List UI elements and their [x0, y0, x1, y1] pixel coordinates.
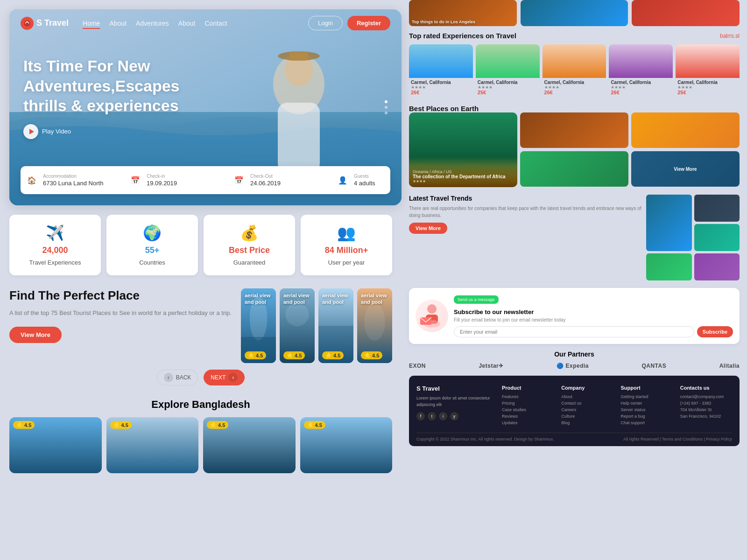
footer-support-3: Report a bug — [620, 414, 672, 419]
newsletter-text: Subscribe to our newsletter Fill your em… — [454, 308, 733, 337]
footer-support-title: Support — [620, 385, 672, 391]
chat-bubble: Send us a message — [454, 295, 499, 304]
footer-product-col: Product Features Pricing Case studies Re… — [502, 385, 554, 427]
twitter-icon[interactable]: t — [428, 412, 436, 420]
footer-social: f t i y — [416, 412, 494, 420]
accommodation-field: Accommodation — [43, 174, 121, 187]
footer-support-2: Server status — [620, 407, 672, 412]
nav-link-about2[interactable]: About — [178, 20, 196, 27]
latest-img-5 — [694, 253, 740, 280]
footer-company-links: About Contact us Careers Culture Blog — [561, 394, 613, 425]
hero-dots — [385, 100, 388, 114]
footer-company-title: Company — [561, 385, 613, 391]
newsletter-submit-button[interactable]: Subscribe — [697, 326, 733, 337]
partner-expedia: 🔵 Expedia — [557, 363, 589, 369]
view-more-button[interactable]: View More — [9, 327, 62, 343]
back-button[interactable]: ‹ BACK — [157, 370, 198, 385]
facebook-icon[interactable]: f — [416, 412, 425, 420]
rated-card-price-4: 26€ — [611, 90, 671, 95]
footer-product-2: Case studies — [502, 407, 554, 412]
newsletter-form: Subscribe — [454, 326, 733, 337]
best-place-region: Oceania / Africa / US — [413, 169, 514, 174]
place-card-1: aerial view and pool ⭐ 4.5 — [241, 288, 276, 363]
footer-company-3: Culture — [561, 414, 613, 419]
back-icon: ‹ — [164, 373, 173, 382]
rated-link[interactable]: balrrs.sl — [720, 33, 740, 39]
checkin-input[interactable] — [147, 180, 225, 187]
nav-link-about[interactable]: About — [109, 20, 127, 27]
place-card-rating-2: ⭐ 4.5 — [283, 351, 305, 359]
footer-contact-3: San Francisco, 94102 — [680, 414, 732, 419]
logo[interactable]: S Travel — [21, 17, 69, 30]
rated-card-name-5: Carmel, California — [677, 80, 738, 85]
stat-best-price: 💰 Best Price Guaranteed — [204, 215, 295, 275]
rated-card-img-4 — [609, 44, 673, 78]
footer-rights: All rights Reserved | Terms and Conditio… — [623, 437, 732, 441]
play-icon — [23, 124, 38, 139]
latest-view-more-button[interactable]: View More — [409, 223, 447, 234]
stat-number-travel: 24,000 — [42, 245, 68, 255]
footer-product-1: Pricing — [502, 401, 554, 406]
footer-contact-0: contact@company.com — [680, 394, 732, 399]
strip-img-3 — [632, 0, 740, 26]
newsletter-title: Subscribe to our newsletter — [454, 308, 733, 315]
newsletter-email-input[interactable] — [454, 326, 694, 337]
explore-card-1: ⭐ 4.5 — [9, 417, 102, 473]
stat-number-users: 84 Million+ — [325, 245, 368, 255]
partner-qantas: QANTAS — [641, 363, 666, 369]
footer-company-1: Contact us — [561, 401, 613, 406]
footer-product-0: Features — [502, 394, 554, 399]
stats-row: ✈️ 24,000 Travel Experiences 🌍 55+ Count… — [9, 215, 402, 275]
hero-dot-1[interactable] — [385, 100, 388, 103]
stat-icon-users: 👥 — [337, 224, 356, 242]
rated-card-info-3: Carmel, California ★★★★ 26€ — [543, 78, 606, 97]
nav-contact[interactable]: Contact — [204, 19, 227, 28]
nav-link-home[interactable]: Home — [83, 20, 100, 29]
latest-img-1 — [646, 195, 692, 251]
footer-grid: S Travel Lorem ipsum dolor sit amet cons… — [416, 385, 732, 427]
nav-about2[interactable]: About — [178, 19, 196, 28]
partner-alitalia: Alitalia — [719, 363, 740, 369]
stat-label-travel: Travel Experiences — [29, 259, 81, 266]
top-rated-title: Top rated Experiences on Travel — [409, 32, 516, 40]
nav-about[interactable]: About — [109, 19, 127, 28]
footer-contacts-col: Contacts us contact@company.com (+24) 69… — [680, 385, 732, 427]
guests-label: Guests — [354, 174, 402, 179]
nav-home[interactable]: Home — [83, 19, 100, 28]
latest-img-3 — [694, 224, 740, 251]
checkout-icon: 📅 — [234, 176, 244, 185]
search-bar: 🏠 Accommodation 📅 Check-in 📅 Check-Out 👤… — [21, 166, 390, 194]
hero-dot-3[interactable] — [385, 112, 388, 114]
rated-card-3: Carmel, California ★★★★ 26€ — [543, 44, 606, 97]
nav-link-contact[interactable]: Contact — [204, 20, 227, 27]
best-places-grid: Oceania / Africa / US The collection of … — [409, 112, 740, 187]
login-button[interactable]: Login — [308, 16, 343, 30]
hero-dot-2[interactable] — [385, 106, 388, 109]
accommodation-input[interactable] — [43, 180, 121, 187]
guests-input[interactable] — [354, 180, 402, 187]
stat-icon-countries: 🌍 — [143, 224, 162, 242]
hero-text: Its Time For New Adventures,Escapes thri… — [23, 56, 201, 139]
hero-headline: Its Time For New Adventures,Escapes thri… — [23, 56, 201, 116]
register-button[interactable]: Register — [347, 16, 390, 30]
next-button[interactable]: NEXT › — [204, 370, 245, 385]
nav-link-adventures[interactable]: Adventures — [136, 20, 169, 27]
youtube-icon[interactable]: y — [450, 412, 458, 420]
play-video-button[interactable]: Play Video — [23, 124, 201, 139]
checkout-input[interactable] — [250, 180, 329, 187]
partners-title: Our Partners — [409, 350, 740, 358]
partner-exon: EXON — [409, 363, 426, 369]
explore-card-4: ⭐ 4.5 — [300, 417, 393, 473]
explore-section: Explore Bangladesh ⭐ 4.5 ⭐ 4.5 ⭐ 4.5 ⭐ 4… — [9, 399, 402, 483]
rated-card-info-5: Carmel, California ★★★★ 25€ — [676, 78, 740, 97]
partners-logos: EXON Jetstar✈ 🔵 Expedia QANTAS Alitalia — [409, 363, 740, 369]
nav-adventures[interactable]: Adventures — [136, 19, 169, 28]
place-card-3: aerial view and pool ⭐ 4.5 — [318, 288, 353, 363]
checkout-label: Check-Out — [250, 174, 329, 179]
footer-brand: S Travel — [416, 385, 494, 392]
instagram-icon[interactable]: i — [439, 412, 447, 420]
view-more-overlay[interactable]: View More — [631, 151, 740, 187]
best-place-rating: ★★★★ — [413, 179, 514, 183]
explore-title: Explore Bangladesh — [9, 399, 392, 411]
best-place-small-2 — [631, 112, 740, 148]
